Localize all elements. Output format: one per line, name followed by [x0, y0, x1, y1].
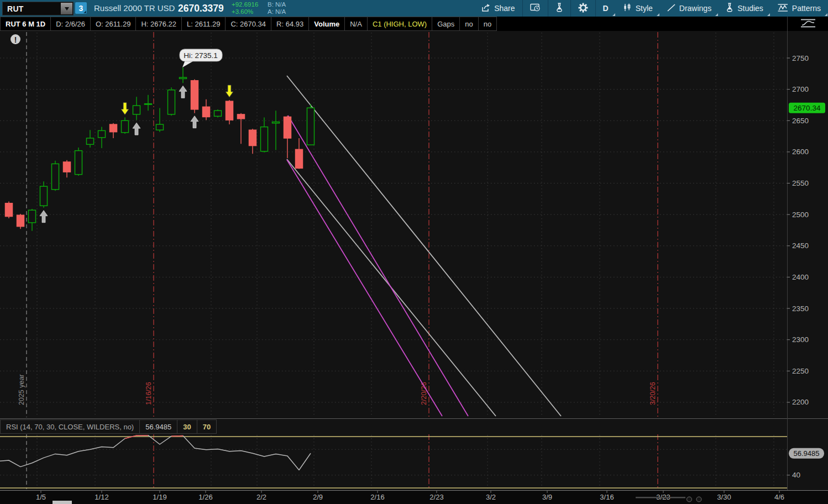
- timeframe-button[interactable]: D: [596, 0, 616, 17]
- scroll-button[interactable]: [696, 497, 701, 502]
- trend-arrow-up-icon: [191, 116, 198, 128]
- price-tick-label: 2550: [792, 179, 809, 187]
- compare-c1-toggle[interactable]: C1 (HIGH, LOW): [367, 17, 432, 31]
- time-tick-label: 2/9: [313, 493, 323, 501]
- chevron-down-icon: [65, 7, 69, 11]
- trend-arrow-down-icon: [121, 103, 129, 115]
- studies-flask-icon: [726, 3, 733, 14]
- fit-studies-button[interactable]: [787, 17, 828, 31]
- style-button[interactable]: Style: [616, 0, 660, 17]
- candle[interactable]: [272, 122, 280, 123]
- bid-ask: B: N/A A: N/A: [268, 1, 286, 15]
- candle[interactable]: [156, 124, 164, 130]
- patterns-label: Patterns: [792, 4, 821, 13]
- rsi-study-header: RSI (14, 70, 30, CLOSE, WILDERS, no) 56.…: [0, 419, 217, 434]
- candle[interactable]: [98, 130, 106, 137]
- linked-group-badge[interactable]: 3: [75, 2, 87, 14]
- ohlc-range: R: 64.93: [271, 17, 309, 31]
- candle[interactable]: [17, 215, 24, 226]
- trend-arrow-down-icon: [226, 85, 233, 97]
- time-tick-label: 3/30: [717, 493, 731, 501]
- candle[interactable]: [133, 106, 140, 114]
- symbol-input[interactable]: RUT: [2, 2, 74, 15]
- scroll-button[interactable]: [687, 497, 692, 502]
- volume-toggle[interactable]: Volume: [308, 17, 345, 31]
- rsi-overbought-level[interactable]: 70: [197, 419, 217, 434]
- candle[interactable]: [191, 81, 198, 109]
- candle[interactable]: [145, 104, 152, 104]
- trend-arrow-up-icon: [40, 211, 48, 223]
- symbol-value: RUT: [3, 4, 60, 13]
- rsi-line[interactable]: [0, 435, 311, 470]
- price-change: +92.6916 +3.60%: [232, 1, 258, 15]
- time-tick-label: 2/16: [370, 493, 384, 501]
- settings-gear-button[interactable]: [571, 0, 595, 17]
- candle[interactable]: [261, 127, 268, 151]
- patterns-button[interactable]: Patterns: [771, 0, 828, 17]
- flask-icon: [556, 3, 563, 14]
- last-price: 2670.3379: [178, 0, 224, 17]
- time-tick-label: 2/23: [429, 493, 443, 501]
- time-tick-label: 4/6: [774, 493, 784, 501]
- volume-value: N/A: [344, 17, 368, 31]
- ondemand-clock-icon: [530, 3, 541, 13]
- symbol-dropdown-button[interactable]: [61, 3, 72, 14]
- ohlc-low: L: 2611.29: [181, 17, 226, 31]
- candle[interactable]: [226, 101, 233, 120]
- time-tick-label: 1/26: [198, 493, 212, 501]
- trendline-drawing[interactable]: [287, 160, 442, 416]
- candle[interactable]: [52, 164, 59, 189]
- candle[interactable]: [64, 162, 71, 172]
- candle[interactable]: [110, 124, 117, 132]
- gaps-option-1[interactable]: no: [459, 17, 478, 31]
- share-button[interactable]: Share: [474, 0, 522, 17]
- rsi-tick-label: 40: [792, 471, 800, 479]
- rsi-line-hot: [171, 436, 183, 437]
- candle[interactable]: [296, 149, 303, 168]
- candle[interactable]: [40, 186, 48, 206]
- bid-value: B: N/A: [268, 1, 286, 8]
- last-price-badge-text: 2670.34: [794, 104, 821, 112]
- change-value: +92.6916: [232, 1, 258, 8]
- trendline-drawing[interactable]: [287, 76, 561, 416]
- scrollbar-thumb[interactable]: [53, 501, 72, 504]
- analyze-flask-button[interactable]: [548, 0, 570, 17]
- candle[interactable]: [307, 108, 315, 145]
- gaps-toggle[interactable]: Gaps: [432, 17, 460, 31]
- time-tick-label: 1/19: [153, 493, 166, 501]
- candle[interactable]: [75, 151, 82, 175]
- gaps-option-2[interactable]: no: [478, 17, 497, 31]
- candle[interactable]: [214, 111, 222, 116]
- candle[interactable]: [29, 210, 36, 223]
- time-tick-label: 3/2: [486, 493, 496, 501]
- price-tick-label: 2500: [792, 211, 809, 219]
- event-line-label: 2025 year: [18, 374, 25, 405]
- ondemand-button[interactable]: [523, 0, 548, 17]
- time-tick-label: 2/2: [256, 493, 266, 501]
- candle[interactable]: [284, 117, 291, 138]
- candle[interactable]: [6, 203, 13, 217]
- candle[interactable]: [180, 77, 187, 78]
- symbol-description: Russell 2000 TR USD: [94, 0, 175, 17]
- candle[interactable]: [249, 130, 256, 145]
- drawings-button[interactable]: Drawings: [660, 0, 719, 17]
- timeframe-label: D: [603, 4, 609, 13]
- candle[interactable]: [122, 120, 129, 133]
- gear-icon: [578, 3, 588, 14]
- share-label: Share: [494, 4, 515, 13]
- ohlc-close: C: 2670.34: [225, 17, 271, 31]
- candlestick-style-icon: [623, 3, 632, 13]
- studies-button[interactable]: Studies: [719, 0, 771, 17]
- rsi-oversold-level[interactable]: 30: [177, 419, 197, 434]
- high-tooltip-text: Hi: 2735.1: [184, 51, 218, 60]
- candle[interactable]: [238, 114, 245, 119]
- candle[interactable]: [168, 90, 175, 114]
- chart-status-bar: RUT 6 M 1D D: 2/6/26 O: 2611.29 H: 2676.…: [0, 17, 828, 31]
- price-tick-label: 2300: [792, 335, 809, 344]
- main-toolbar: RUT 3 Russell 2000 TR USD 2670.3379 +92.…: [0, 0, 828, 17]
- drawing-line-icon: [667, 4, 675, 13]
- candle[interactable]: [203, 107, 210, 117]
- ohlc-high: H: 2676.22: [135, 17, 182, 31]
- rsi-study-settings[interactable]: RSI (14, 70, 30, CLOSE, WILDERS, no): [0, 419, 140, 434]
- candle[interactable]: [87, 138, 94, 144]
